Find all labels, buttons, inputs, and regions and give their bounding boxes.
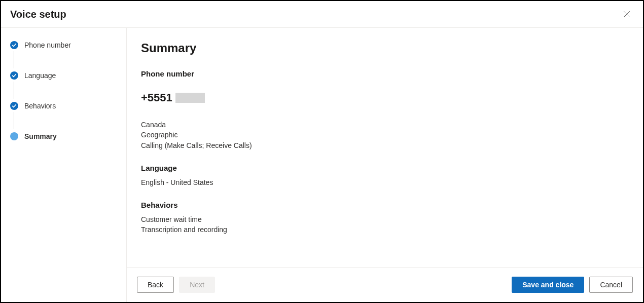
phone-type: Geographic xyxy=(141,130,629,140)
section-label: Phone number xyxy=(141,69,629,78)
next-button: Next xyxy=(179,277,215,293)
language-value: English - United States xyxy=(141,177,629,187)
step-connector xyxy=(14,51,14,68)
checkmark-icon xyxy=(12,103,17,108)
dialog-body: Phone number Language Behaviors Summa xyxy=(1,28,643,302)
footer-right: Save and close Cancel xyxy=(512,277,633,293)
dialog-footer: Back Next Save and close Cancel xyxy=(127,267,643,302)
step-bullet-active xyxy=(10,132,18,140)
close-button[interactable] xyxy=(621,8,633,20)
phone-number-row: +5551 xyxy=(141,91,629,104)
save-and-close-button[interactable]: Save and close xyxy=(512,277,584,293)
step-bullet-completed xyxy=(10,102,18,110)
page-title: Summary xyxy=(141,41,629,55)
wizard-stepper: Phone number Language Behaviors Summa xyxy=(1,28,127,302)
voice-setup-dialog: Voice setup Phone number Language xyxy=(0,0,644,303)
dialog-header: Voice setup xyxy=(1,1,643,28)
back-button[interactable]: Back xyxy=(137,277,174,293)
cancel-button[interactable]: Cancel xyxy=(589,277,633,293)
section-label: Language xyxy=(141,164,629,172)
step-bullet-completed xyxy=(10,71,18,80)
checkmark-icon xyxy=(12,73,17,78)
step-label: Language xyxy=(24,71,56,80)
content-main: Summary Phone number +5551 Canada Geogra… xyxy=(127,28,643,267)
section-language: Language English - United States xyxy=(141,164,629,187)
section-label: Behaviors xyxy=(141,201,629,209)
step-label: Behaviors xyxy=(24,102,56,110)
checkmark-icon xyxy=(12,43,17,48)
step-summary[interactable]: Summary xyxy=(10,132,117,140)
redacted-block xyxy=(175,93,205,103)
content-panel: Summary Phone number +5551 Canada Geogra… xyxy=(127,28,643,302)
section-phone-number: Phone number +5551 Canada Geographic Cal… xyxy=(141,69,629,150)
dialog-title: Voice setup xyxy=(10,9,66,20)
step-connector xyxy=(14,112,14,129)
close-icon xyxy=(623,10,631,18)
footer-left: Back Next xyxy=(137,277,215,293)
section-behaviors: Behaviors Customer wait time Transcripti… xyxy=(141,201,629,235)
phone-country: Canada xyxy=(141,120,629,130)
step-behaviors[interactable]: Behaviors xyxy=(10,102,117,132)
step-phone-number[interactable]: Phone number xyxy=(10,41,117,71)
step-bullet-completed xyxy=(10,41,18,49)
step-label: Summary xyxy=(24,132,57,140)
behavior-item: Customer wait time xyxy=(141,214,629,224)
step-connector xyxy=(14,82,14,99)
phone-details: Canada Geographic Calling (Make Calls; R… xyxy=(141,120,629,150)
phone-number-value: +5551 xyxy=(141,91,172,104)
step-label: Phone number xyxy=(24,41,71,49)
phone-capabilities: Calling (Make Calls; Receive Calls) xyxy=(141,140,629,150)
step-language[interactable]: Language xyxy=(10,71,117,102)
behavior-item: Transcription and recording xyxy=(141,224,629,235)
